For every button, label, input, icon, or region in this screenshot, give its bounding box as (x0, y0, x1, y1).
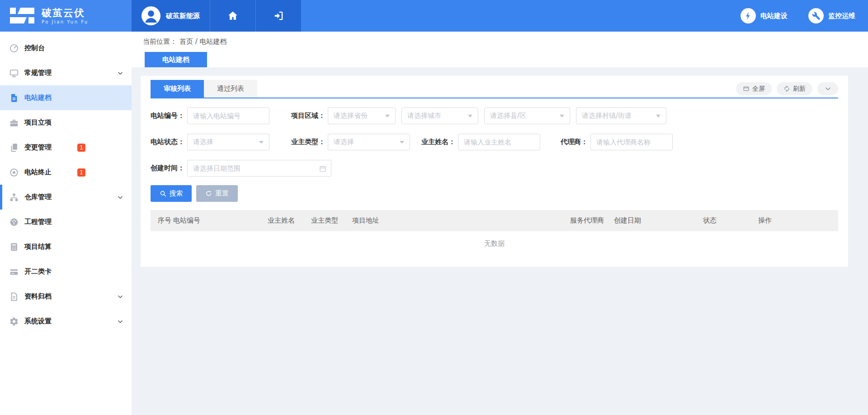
city-placeholder: 请选择城市 (407, 112, 441, 120)
sidebar-item-label: 项目立项 (24, 118, 52, 127)
tab-review-list[interactable]: 审核列表 (151, 80, 204, 98)
gauge-icon (9, 217, 19, 227)
home-icon (227, 10, 239, 22)
brand-title: 破茧云伏 (42, 7, 89, 19)
sidebar-item-label: 项目结算 (24, 242, 52, 251)
nav-monitor-ops[interactable]: 监控运维 (808, 8, 855, 23)
user-account-button[interactable]: 破茧新能源 (132, 0, 210, 32)
col-project-address: 项目地址 (352, 216, 570, 225)
col-service-agent: 服务代理商 (570, 216, 614, 225)
station-no-input[interactable] (187, 107, 269, 124)
county-select[interactable]: 请选择县/区 (484, 107, 570, 124)
sidebar-item-project-initiation[interactable]: 项目立项 (0, 110, 132, 135)
sidebar-item-label: 资料归档 (24, 292, 52, 301)
dashboard-icon (9, 43, 19, 53)
wrench-icon (808, 8, 824, 23)
chevron-down-icon (117, 194, 123, 201)
region-label: 项目区域： (291, 112, 325, 120)
sidebar-item-label: 工程管理 (24, 218, 52, 226)
owner-type-placeholder: 请选择 (334, 138, 354, 146)
nav-item-label: 电站建设 (760, 12, 788, 20)
sitemap-icon (9, 192, 19, 202)
sidebar-item-console[interactable]: 控制台 (0, 36, 132, 61)
sidebar: 控制台 常规管理 电站建档 项目立项 变更管理 1 电站终止 1 (0, 32, 132, 415)
sidebar-item-project-settlement[interactable]: 项目结算 (0, 234, 132, 259)
province-select[interactable]: 请选择省份 (328, 107, 396, 124)
station-no-label: 电站编号： (151, 112, 184, 120)
chevron-down-icon (117, 318, 123, 325)
fullscreen-label: 全屏 (752, 85, 765, 93)
main-area: 当前位置： 首页 / 电站建档 电站建档 审核列表 通过列表 全屏 (132, 0, 868, 415)
sidebar-item-label: 常规管理 (24, 69, 52, 77)
page-tab-station-archive[interactable]: 电站建档 (145, 52, 207, 67)
col-station-no: 电站编号 (173, 216, 268, 225)
card-icon (9, 267, 19, 277)
create-time-label: 创建时间： (151, 164, 184, 173)
notification-badge: 1 (77, 144, 85, 152)
reset-icon (205, 190, 212, 197)
lightning-icon (741, 8, 756, 23)
agent-label: 代理商： (561, 138, 588, 146)
fullscreen-button[interactable]: 全屏 (736, 82, 772, 95)
gear-icon (9, 317, 19, 326)
sidebar-item-data-archive[interactable]: 资料归档 (0, 284, 132, 309)
sidebar-item-open-card[interactable]: 开二类卡 (0, 259, 132, 284)
search-icon (160, 190, 166, 197)
logout-icon (273, 10, 284, 22)
reset-label: 重置 (215, 189, 229, 198)
search-button[interactable]: 搜索 (151, 185, 192, 202)
breadcrumb-path[interactable]: 首页 / 电站建档 (179, 37, 227, 46)
sidebar-item-engineering-mgmt[interactable]: 工程管理 (0, 210, 132, 234)
calculator-icon (9, 242, 19, 252)
file-icon (9, 292, 19, 302)
date-range-input[interactable] (187, 160, 331, 177)
caret-down-icon (259, 141, 264, 144)
sidebar-item-general-mgmt[interactable]: 常规管理 (0, 61, 132, 85)
station-status-label: 电站状态： (151, 138, 184, 146)
station-status-select[interactable]: 请选择 (187, 134, 269, 150)
reset-button[interactable]: 重置 (196, 185, 238, 202)
status-placeholder: 请选择 (193, 138, 213, 146)
home-button[interactable] (210, 0, 256, 32)
refresh-button[interactable]: 刷新 (777, 82, 812, 95)
caret-down-icon (468, 115, 472, 117)
city-select[interactable]: 请选择城市 (401, 107, 478, 124)
chevron-down-icon (117, 70, 123, 76)
nav-station-construction[interactable]: 电站建设 (741, 8, 788, 23)
avatar (142, 6, 160, 25)
sidebar-item-label: 系统设置 (24, 317, 52, 326)
sidebar-item-label: 开二类卡 (24, 267, 52, 276)
col-index: 序号 (151, 216, 173, 225)
sidebar-item-station-archive[interactable]: 电站建档 (0, 85, 132, 110)
province-placeholder: 请选择省份 (334, 112, 368, 120)
company-name: 破茧新能源 (166, 12, 200, 20)
sidebar-item-label: 电站建档 (24, 93, 52, 102)
sidebar-item-station-termination[interactable]: 电站终止 1 (0, 160, 132, 185)
sidebar-item-system-settings[interactable]: 系统设置 (0, 309, 132, 334)
owner-name-input[interactable] (458, 134, 540, 150)
town-select[interactable]: 请选择村镇/街道 (576, 107, 666, 124)
empty-state-text: 无数据 (151, 231, 838, 256)
header-spacer (302, 0, 741, 32)
collapse-button[interactable] (817, 82, 838, 95)
sidebar-item-change-mgmt[interactable]: 变更管理 1 (0, 135, 132, 160)
agent-input[interactable] (590, 134, 673, 150)
caret-down-icon (400, 141, 404, 144)
fullscreen-icon (743, 85, 750, 92)
sidebar-item-label: 电站终止 (24, 168, 52, 177)
table-header-row: 序号 电站编号 业主姓名 业主类型 项目地址 服务代理商 创建日期 状态 操作 (151, 210, 838, 231)
sidebar-item-label: 仓库管理 (24, 193, 52, 201)
caret-down-icon (385, 115, 390, 117)
tab-passed-list[interactable]: 通过列表 (204, 80, 257, 98)
logout-button[interactable] (256, 0, 302, 32)
sidebar-item-label: 控制台 (24, 44, 45, 52)
chevron-down-icon (117, 294, 123, 300)
col-status: 状态 (703, 216, 758, 225)
refresh-icon (783, 85, 790, 92)
target-icon (9, 168, 19, 177)
brand-subtitle: Po Jian Yun Fu (42, 19, 89, 25)
breadcrumb: 当前位置： 首页 / 电站建档 (132, 32, 868, 52)
sidebar-item-warehouse-mgmt[interactable]: 仓库管理 (0, 185, 132, 210)
pages-icon (9, 143, 19, 153)
owner-type-select[interactable]: 请选择 (328, 134, 410, 150)
